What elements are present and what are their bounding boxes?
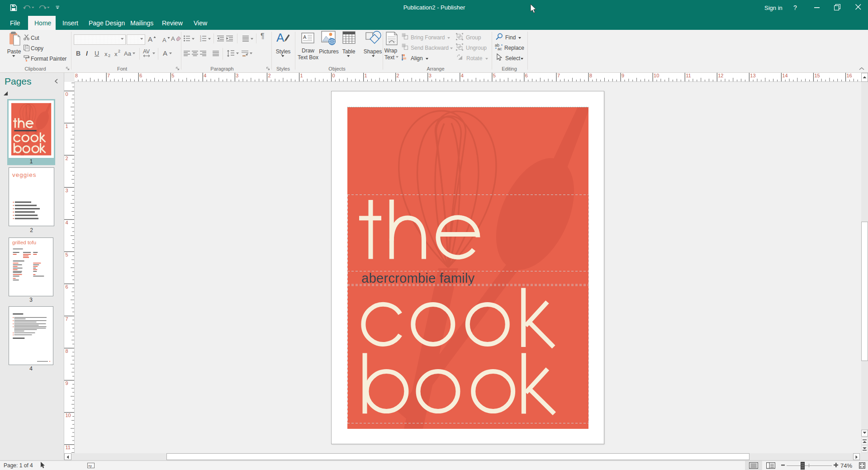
svg-text:7: 7 xyxy=(66,316,68,322)
svg-text:8: 8 xyxy=(589,73,592,78)
svg-text:6: 6 xyxy=(139,73,142,78)
svg-text:8: 8 xyxy=(75,73,78,78)
svg-text:1: 1 xyxy=(66,123,68,129)
svg-text:2: 2 xyxy=(268,73,270,78)
svg-text:2: 2 xyxy=(397,73,399,78)
svg-text:16: 16 xyxy=(846,73,852,78)
svg-text:6: 6 xyxy=(525,73,528,78)
svg-text:5: 5 xyxy=(66,252,68,257)
svg-text:3: 3 xyxy=(429,73,432,78)
svg-text:A: A xyxy=(276,31,285,44)
svg-text:A: A xyxy=(303,34,307,40)
svg-text:11: 11 xyxy=(66,445,71,450)
svg-text:0: 0 xyxy=(66,91,68,97)
svg-text:3: 3 xyxy=(200,39,201,42)
svg-text:3: 3 xyxy=(66,188,68,193)
svg-text:7: 7 xyxy=(557,73,560,78)
svg-text:xy: xy xyxy=(88,464,92,468)
svg-text:9: 9 xyxy=(621,73,624,78)
svg-text:15: 15 xyxy=(814,73,820,78)
svg-text:13: 13 xyxy=(750,73,755,78)
svg-text:5: 5 xyxy=(493,73,496,78)
svg-text:6: 6 xyxy=(66,284,68,290)
svg-text:9: 9 xyxy=(66,380,68,386)
svg-text:4: 4 xyxy=(461,73,464,78)
svg-text:8: 8 xyxy=(66,348,68,354)
svg-text:4: 4 xyxy=(66,220,68,225)
svg-text:1: 1 xyxy=(365,73,367,78)
svg-text:0: 0 xyxy=(332,73,335,78)
svg-text:3: 3 xyxy=(236,73,238,78)
svg-text:7: 7 xyxy=(107,73,110,78)
svg-text:4: 4 xyxy=(204,73,206,78)
svg-text:2: 2 xyxy=(66,156,68,161)
svg-text:5: 5 xyxy=(171,73,174,78)
svg-text:ac: ac xyxy=(498,47,502,51)
svg-text:11: 11 xyxy=(686,73,691,78)
svg-text:10: 10 xyxy=(654,73,659,78)
svg-text:10: 10 xyxy=(66,413,71,418)
svg-text:14: 14 xyxy=(782,73,787,78)
svg-text:1: 1 xyxy=(300,73,303,78)
svg-text:12: 12 xyxy=(718,73,723,78)
